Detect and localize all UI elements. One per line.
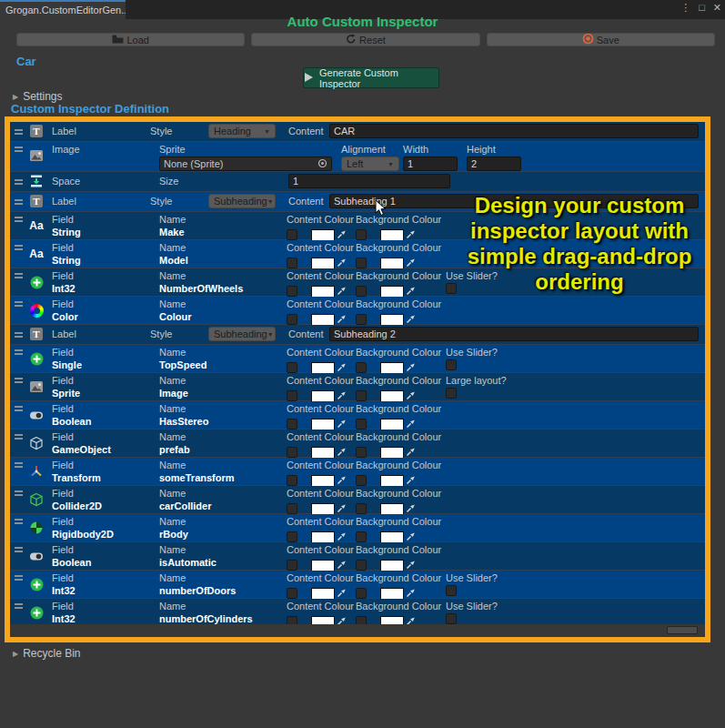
- colour-swatch[interactable]: [311, 503, 335, 515]
- colour-enable-checkbox[interactable]: [287, 503, 297, 514]
- colour-enable-checkbox[interactable]: [356, 286, 367, 297]
- colour-swatch[interactable]: [311, 286, 335, 298]
- colour-swatch[interactable]: [311, 447, 335, 459]
- colour-enable-checkbox[interactable]: [356, 390, 367, 401]
- colour-enable-checkbox[interactable]: [356, 314, 367, 325]
- alignment-dropdown[interactable]: Left▼: [341, 157, 399, 171]
- colour-enable-checkbox[interactable]: [287, 314, 297, 325]
- eyedropper-icon[interactable]: [406, 613, 416, 624]
- colour-swatch[interactable]: [311, 616, 335, 625]
- colour-swatch[interactable]: [311, 531, 335, 543]
- extra-option-checkbox[interactable]: [446, 359, 457, 370]
- drag-handle-icon[interactable]: [15, 129, 23, 136]
- scrollbar-thumb[interactable]: [667, 626, 698, 634]
- colour-swatch[interactable]: [311, 588, 335, 600]
- style-dropdown[interactable]: Subheading▼: [208, 327, 276, 341]
- label-content-input[interactable]: Subheading 1: [329, 194, 699, 208]
- colour-swatch[interactable]: [380, 560, 404, 571]
- colour-swatch[interactable]: [380, 390, 404, 402]
- colour-swatch[interactable]: [311, 560, 335, 571]
- colour-enable-checkbox[interactable]: [287, 447, 297, 458]
- colour-enable-checkbox[interactable]: [287, 229, 297, 240]
- colour-swatch[interactable]: [380, 616, 404, 625]
- drag-handle-icon[interactable]: [15, 406, 23, 413]
- colour-swatch[interactable]: [311, 475, 335, 487]
- colour-enable-checkbox[interactable]: [287, 475, 297, 486]
- kebab-menu-icon[interactable]: ⋮: [680, 2, 690, 14]
- colour-swatch[interactable]: [311, 362, 335, 374]
- label-content-input[interactable]: Subheading 2: [329, 327, 699, 341]
- height-input[interactable]: 2: [467, 157, 521, 171]
- colour-enable-checkbox[interactable]: [356, 258, 367, 268]
- drag-handle-icon[interactable]: [15, 603, 23, 611]
- colour-enable-checkbox[interactable]: [356, 588, 367, 599]
- colour-swatch[interactable]: [380, 258, 404, 269]
- colour-enable-checkbox[interactable]: [287, 390, 297, 401]
- colour-enable-checkbox[interactable]: [356, 531, 367, 542]
- colour-enable-checkbox[interactable]: [287, 258, 297, 268]
- colour-enable-checkbox[interactable]: [287, 588, 297, 599]
- colour-swatch[interactable]: [380, 531, 404, 543]
- drag-handle-icon[interactable]: [15, 519, 23, 526]
- colour-enable-checkbox[interactable]: [356, 503, 367, 514]
- colour-swatch[interactable]: [311, 229, 335, 241]
- generate-custom-inspector-button[interactable]: Generate Custom Inspector: [303, 67, 439, 88]
- colour-enable-checkbox[interactable]: [287, 531, 297, 542]
- colour-swatch[interactable]: [380, 286, 404, 298]
- colour-enable-checkbox[interactable]: [287, 616, 297, 624]
- close-icon[interactable]: ✕: [713, 2, 721, 14]
- extra-option-checkbox[interactable]: [446, 613, 457, 624]
- colour-enable-checkbox[interactable]: [356, 475, 367, 486]
- colour-enable-checkbox[interactable]: [287, 286, 297, 297]
- colour-swatch[interactable]: [311, 419, 335, 430]
- space-size-input[interactable]: 1: [288, 174, 450, 188]
- colour-enable-checkbox[interactable]: [356, 362, 367, 373]
- drag-handle-icon[interactable]: [15, 301, 23, 308]
- drag-handle-icon[interactable]: [15, 547, 23, 554]
- drag-handle-icon[interactable]: [15, 273, 23, 280]
- colour-enable-checkbox[interactable]: [356, 447, 367, 458]
- extra-option-checkbox[interactable]: [446, 585, 457, 596]
- colour-enable-checkbox[interactable]: [356, 419, 367, 430]
- style-dropdown[interactable]: Heading▼: [208, 124, 276, 138]
- drag-handle-icon[interactable]: [15, 147, 23, 154]
- colour-swatch[interactable]: [380, 475, 404, 487]
- colour-swatch[interactable]: [380, 447, 404, 459]
- colour-swatch[interactable]: [380, 229, 404, 241]
- load-button[interactable]: Load: [16, 33, 245, 46]
- colour-enable-checkbox[interactable]: [287, 419, 297, 430]
- eyedropper-icon[interactable]: [337, 613, 347, 624]
- colour-enable-checkbox[interactable]: [287, 362, 297, 373]
- colour-enable-checkbox[interactable]: [356, 616, 367, 624]
- reset-button[interactable]: Reset: [251, 33, 479, 46]
- drag-handle-icon[interactable]: [15, 199, 23, 207]
- recycle-bin-foldout[interactable]: ▶ Recycle Bin: [13, 647, 81, 660]
- colour-swatch[interactable]: [311, 390, 335, 402]
- horizontal-scrollbar[interactable]: [10, 624, 705, 637]
- colour-swatch[interactable]: [380, 419, 404, 430]
- colour-enable-checkbox[interactable]: [287, 560, 297, 571]
- drag-handle-icon[interactable]: [15, 217, 23, 224]
- colour-swatch[interactable]: [380, 362, 404, 374]
- colour-enable-checkbox[interactable]: [356, 560, 367, 571]
- colour-swatch[interactable]: [380, 503, 404, 515]
- colour-swatch[interactable]: [380, 588, 404, 600]
- maximize-icon[interactable]: □: [699, 2, 705, 14]
- drag-handle-icon[interactable]: [15, 434, 23, 441]
- colour-enable-checkbox[interactable]: [356, 229, 367, 240]
- drag-handle-icon[interactable]: [15, 349, 23, 357]
- colour-swatch[interactable]: [311, 314, 335, 326]
- drag-handle-icon[interactable]: [15, 462, 23, 470]
- settings-foldout[interactable]: ▶ Settings: [13, 90, 63, 103]
- width-input[interactable]: 1: [403, 157, 458, 171]
- drag-handle-icon[interactable]: [15, 490, 23, 498]
- extra-option-checkbox[interactable]: [446, 388, 457, 399]
- drag-handle-icon[interactable]: [15, 378, 23, 385]
- extra-option-checkbox[interactable]: [446, 283, 457, 294]
- save-button[interactable]: Save: [487, 33, 715, 46]
- style-dropdown[interactable]: Subheading▼: [208, 194, 276, 208]
- drag-handle-icon[interactable]: [15, 575, 23, 582]
- drag-handle-icon[interactable]: [15, 179, 23, 187]
- drag-handle-icon[interactable]: [15, 332, 23, 339]
- colour-swatch[interactable]: [311, 258, 335, 269]
